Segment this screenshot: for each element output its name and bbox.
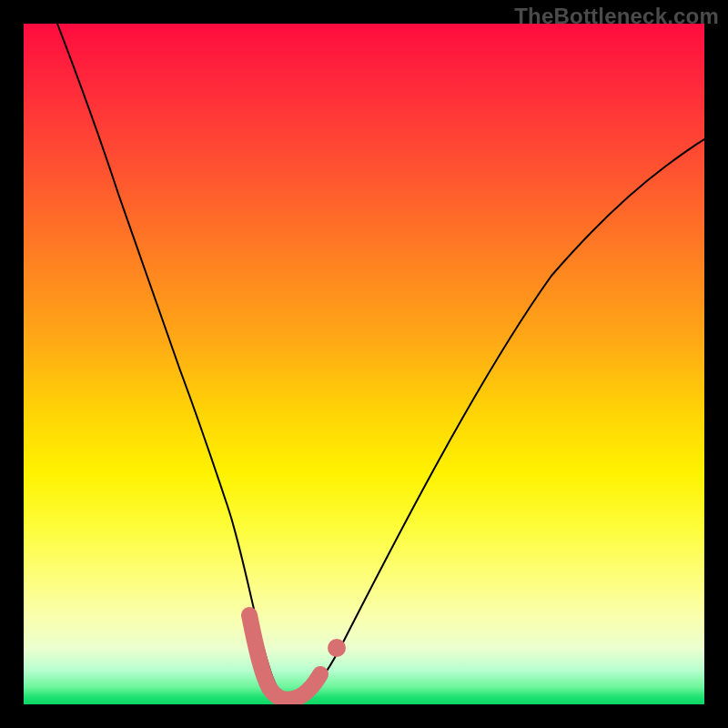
bottleneck-highlight-dot [328, 639, 346, 657]
plot-area [24, 24, 704, 704]
bottleneck-curve [57, 24, 704, 700]
watermark-text: TheBottleneck.com [514, 4, 719, 29]
bottleneck-highlight-band [249, 615, 320, 700]
chart-frame: TheBottleneck.com [0, 0, 728, 728]
plot-svg [24, 24, 704, 704]
